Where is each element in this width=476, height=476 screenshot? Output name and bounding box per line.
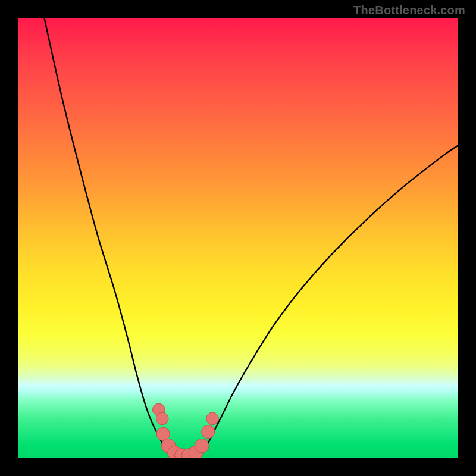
plot-area <box>18 18 458 458</box>
bottleneck-curve <box>44 18 458 458</box>
data-marker <box>195 439 209 453</box>
attribution-label: TheBottleneck.com <box>353 4 465 17</box>
data-marker <box>156 412 168 425</box>
data-marker <box>206 412 219 425</box>
curve-layer <box>18 18 458 458</box>
chart-frame: TheBottleneck.com <box>0 0 476 476</box>
data-marker <box>202 425 215 439</box>
data-markers <box>152 403 218 458</box>
bottleneck-curve-path <box>44 18 458 458</box>
